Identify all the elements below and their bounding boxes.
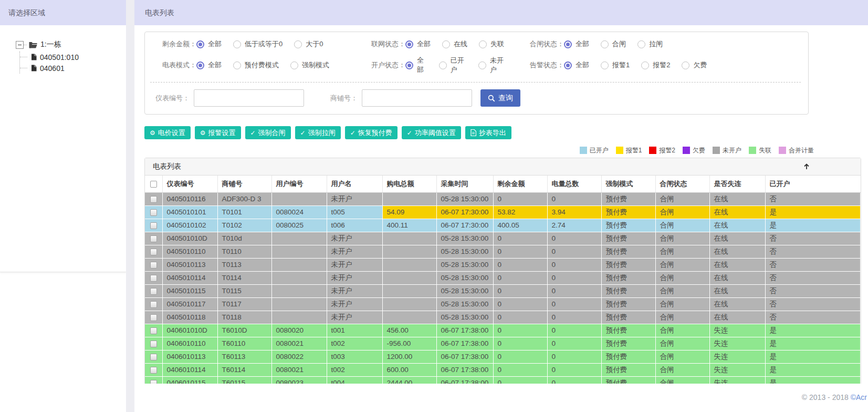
radio-meter-mode-1[interactable]: 预付费模式 xyxy=(233,60,279,70)
table-row: 0405010118T0118未开户05-28 15:30:0000预付费合闸在… xyxy=(145,311,861,324)
radio-alarm-status-2[interactable]: 报警2 xyxy=(641,60,670,70)
restore-prepaid-button[interactable]: ✓恢复预付费 xyxy=(345,126,398,139)
radio-meter-mode-2[interactable]: 强制模式 xyxy=(290,60,329,70)
table-cell: 在线 xyxy=(709,219,765,232)
table-cell: 0 xyxy=(493,311,547,324)
table-cell xyxy=(382,271,436,284)
table-cell: 0080021 xyxy=(271,337,327,350)
row-checkbox[interactable] xyxy=(150,301,157,308)
radio-alarm-status-1[interactable]: 报警1 xyxy=(601,60,630,70)
table-cell xyxy=(271,271,327,284)
row-checkbox[interactable] xyxy=(150,380,157,384)
table-row: 0405010110T0110未开户05-28 15:30:0000预付费合闸在… xyxy=(145,245,861,258)
row-checkbox[interactable] xyxy=(150,249,157,255)
table-cell xyxy=(271,232,327,245)
force-open-gate-button[interactable]: ✓强制拉闸 xyxy=(295,126,341,139)
row-checkbox[interactable] xyxy=(150,209,157,216)
table-cell: 合闸 xyxy=(655,271,709,284)
row-checkbox[interactable] xyxy=(150,314,157,321)
table-cell: 0 xyxy=(547,337,601,350)
table-cell: 0 xyxy=(547,363,601,376)
legend: 已开户报警1报警2欠费未开户失联合并计量 xyxy=(144,146,861,155)
radio-network-status-2[interactable]: 失联 xyxy=(479,39,504,49)
radio-network-status-1[interactable]: 在线 xyxy=(442,39,467,49)
table-cell: 0405010101 xyxy=(162,205,217,219)
radio-account-status-0[interactable]: 全部 xyxy=(405,56,427,75)
tree-node-building[interactable]: 1:一栋 xyxy=(16,39,126,50)
table-cell: 否 xyxy=(765,284,861,297)
table-cell: 失连 xyxy=(709,363,765,376)
table-cell: 未开户 xyxy=(327,192,382,205)
table-cell: 0 xyxy=(547,245,601,258)
radio-gate-status-2[interactable]: 拉闸 xyxy=(637,39,663,49)
table-cell: 预付费 xyxy=(601,376,655,384)
tree-leaf[interactable]: 040501:010 xyxy=(20,52,126,63)
radio-remaining-amount-2[interactable]: 大于0 xyxy=(294,39,323,49)
action-button-label: 功率阈值设置 xyxy=(415,128,456,138)
brand-link[interactable]: ©Acr xyxy=(851,393,867,401)
collapse-arrow-up-icon[interactable] xyxy=(803,163,810,170)
table-cell: 0406010115 xyxy=(162,376,217,384)
tree-node-label: 1:一栋 xyxy=(40,40,61,49)
page-title: 电表列表 xyxy=(134,0,868,25)
table-cell: 预付费 xyxy=(601,284,655,297)
alarm-settings-button[interactable]: ⚙报警设置 xyxy=(195,126,241,139)
table-row: 0405010115T0115未开户05-28 15:30:0000预付费合闸在… xyxy=(145,284,861,297)
table-cell: 在线 xyxy=(709,284,765,297)
row-checkbox[interactable] xyxy=(150,288,157,295)
meter-no-input[interactable] xyxy=(194,89,304,107)
price-settings-button[interactable]: ⚙电价设置 xyxy=(144,126,191,139)
table-cell: 失连 xyxy=(709,337,765,350)
row-checkbox[interactable] xyxy=(150,275,157,282)
radio-option-label: 全部 xyxy=(208,39,222,49)
column-header: 仪表编号 xyxy=(162,176,217,192)
row-checkbox[interactable] xyxy=(150,341,157,347)
row-checkbox[interactable] xyxy=(150,354,157,360)
shop-no-input[interactable] xyxy=(362,89,472,107)
table-cell: 0080024 xyxy=(271,205,327,219)
radio-meter-mode-0[interactable]: 全部 xyxy=(196,60,222,70)
table-cell: 未开户 xyxy=(327,245,382,258)
radio-gate-status-0[interactable]: 全部 xyxy=(564,39,589,49)
table-cell: T0101 xyxy=(217,205,271,219)
table-cell: 否 xyxy=(765,232,861,245)
row-checkbox[interactable] xyxy=(150,367,157,374)
radio-remaining-amount-0[interactable]: 全部 xyxy=(196,39,222,49)
radio-gate-status-1[interactable]: 合闸 xyxy=(601,39,626,49)
power-threshold-settings-button[interactable]: ✓功率阈值设置 xyxy=(402,126,461,139)
row-checkbox[interactable] xyxy=(150,222,157,229)
table-cell: 040501010D xyxy=(162,232,217,245)
radio-network-status-0[interactable]: 全部 xyxy=(405,39,431,49)
table-cell: 失连 xyxy=(709,376,765,384)
search-button[interactable]: 查询 xyxy=(480,89,520,107)
table-cell: t002 xyxy=(327,337,382,350)
row-checkbox[interactable] xyxy=(150,327,157,334)
table-cell: 是 xyxy=(765,376,861,384)
radio-account-status-2[interactable]: 未开户 xyxy=(478,56,506,75)
table-cell: 是 xyxy=(765,337,861,350)
radio-alarm-status-3[interactable]: 欠费 xyxy=(682,60,707,70)
table-cell: 0 xyxy=(547,192,601,205)
legend-swatch xyxy=(580,147,587,154)
row-checkbox[interactable] xyxy=(150,235,157,242)
column-header: 用户编号 xyxy=(271,176,327,192)
row-checkbox[interactable] xyxy=(150,196,157,203)
force-close-gate-button[interactable]: ✓强制合闸 xyxy=(245,126,291,139)
checkbox-cell xyxy=(145,192,162,205)
table-cell: 06-07 17:38:00 xyxy=(436,324,493,337)
table-cell: 在线 xyxy=(709,192,765,205)
legend-item: 合并计量 xyxy=(779,146,814,155)
table-cell: 在线 xyxy=(709,297,765,311)
table-cell: t005 xyxy=(327,205,382,219)
table-cell: 在线 xyxy=(709,258,765,271)
radio-remaining-amount-1[interactable]: 低于或等于0 xyxy=(233,39,283,49)
row-checkbox[interactable] xyxy=(150,262,157,269)
radio-alarm-status-0[interactable]: 全部 xyxy=(564,60,589,70)
select-all-checkbox[interactable] xyxy=(150,181,157,188)
filter-group-label: 开户状态： xyxy=(359,60,405,70)
meter-export-button[interactable]: 抄表导出 xyxy=(465,126,511,139)
table-cell: 0080023 xyxy=(271,376,327,384)
radio-account-status-1[interactable]: 已开户 xyxy=(439,56,467,75)
tree-leaf[interactable]: 040601 xyxy=(20,63,126,74)
tree-collapse-icon[interactable] xyxy=(16,41,24,49)
